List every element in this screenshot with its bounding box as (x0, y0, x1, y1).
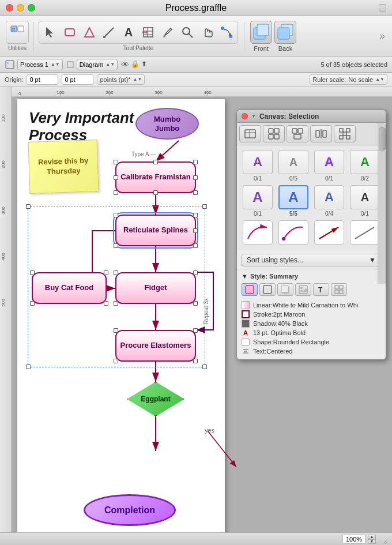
style-preview-8[interactable]: A (350, 185, 380, 209)
summary-icon-image[interactable] (295, 283, 311, 296)
style-preview-3[interactable]: A (314, 150, 344, 174)
ruler-v-500: 500 (1, 299, 6, 306)
svg-rect-41 (274, 129, 279, 133)
fidget-shape[interactable]: Fidget (115, 272, 196, 304)
sticky-note[interactable]: Revise this byThursday (28, 140, 99, 194)
summary-icon-shadow[interactable] (277, 283, 293, 296)
selection-handle (114, 359, 118, 363)
reticulate-shape[interactable]: Reticulate Splines (115, 215, 196, 246)
zoom-tool[interactable] (178, 23, 197, 42)
eggplant-text: Eggplant (141, 395, 170, 403)
brush-tool[interactable] (159, 23, 177, 42)
window-title: Process.graffle (165, 3, 227, 13)
panel-scrollbar[interactable] (378, 123, 386, 284)
style-cell-3: A 0/1 (313, 150, 345, 182)
style-preview-7[interactable]: A (314, 185, 344, 209)
sort-label: Sort using styles... (247, 256, 303, 264)
style-cell-1: A 0/1 (242, 150, 274, 182)
line-preview-2[interactable] (278, 220, 308, 245)
line-tool[interactable] (100, 23, 118, 42)
style-preview-6[interactable]: A (278, 185, 308, 209)
panel-close-button[interactable] (242, 113, 248, 119)
diagram-dropdown[interactable]: Diagram ▲▼ (77, 59, 118, 70)
lock-icon[interactable]: 🔒 (131, 60, 140, 69)
svg-rect-51 (346, 129, 350, 132)
text-tool[interactable]: A (119, 23, 138, 42)
summary-icon-fill[interactable] (242, 283, 258, 296)
maximize-button[interactable] (28, 4, 35, 12)
style-cell-line4 (349, 220, 381, 246)
svg-rect-68 (335, 285, 338, 289)
units-dropdown[interactable]: points (pt)* ▲▼ (97, 74, 145, 85)
close-button[interactable] (6, 4, 13, 12)
svg-rect-42 (269, 134, 273, 139)
svg-line-60 (355, 227, 374, 239)
tab-distribute[interactable] (310, 125, 332, 142)
back-button[interactable]: Back (274, 21, 296, 52)
front-button[interactable]: Front (250, 21, 272, 52)
scroll-thumb[interactable] (379, 127, 386, 151)
calibrate-shape[interactable]: Calibrate Framistan (115, 161, 196, 193)
tab-arrange[interactable] (287, 125, 308, 142)
summary-icon-stroke[interactable] (259, 283, 276, 296)
style-preview-5[interactable]: A (243, 185, 273, 209)
eggplant-shape[interactable]: Eggplant (127, 382, 184, 416)
hand-tool[interactable] (198, 23, 216, 42)
svg-line-7 (104, 28, 114, 37)
share-icon[interactable]: ⬆ (141, 60, 147, 69)
table-tool[interactable] (139, 23, 157, 42)
ruler-scale-dropdown[interactable]: Ruler scale: No scale ▲▼ (310, 74, 387, 85)
zoom-input[interactable] (342, 535, 365, 544)
title-line1: Very Important (29, 109, 134, 126)
diagram-canvas[interactable]: 0 100 200 300 400 (12, 87, 392, 532)
completion-shape[interactable]: Completion (84, 494, 176, 526)
sort-dropdown[interactable]: Sort using styles... ▼ (242, 254, 381, 266)
selection-handle (193, 243, 198, 248)
selection-handle (114, 175, 118, 180)
summary-triangle[interactable]: ▼ (242, 273, 248, 280)
style-cell-7: A 0/4 (313, 185, 345, 217)
selection-handle (193, 190, 198, 195)
eye-icon[interactable]: 👁 (121, 60, 129, 69)
selection-handle (30, 270, 35, 275)
summary-icon-more[interactable] (331, 283, 347, 296)
main-area: 100 200 300 400 500 0 100 200 300 400 (0, 87, 392, 532)
completion-text: Completion (104, 505, 155, 516)
connect-tool[interactable] (217, 23, 236, 42)
procure-shape[interactable]: Procure Elastomers (115, 330, 196, 362)
zoom-down[interactable]: ▼ (368, 539, 376, 544)
line-preview-1[interactable] (243, 220, 273, 245)
style-preview-2[interactable]: A (278, 150, 308, 174)
style-preview-1[interactable]: A (243, 150, 273, 174)
svg-point-56 (282, 237, 285, 240)
window-control[interactable] (379, 4, 386, 12)
mumbo-jumbo-shape[interactable]: MumboJumbo (135, 108, 199, 140)
svg-line-17 (189, 34, 193, 37)
pen-tool[interactable] (80, 23, 99, 42)
style-cell-6: A 5/5 (277, 185, 310, 217)
svg-rect-64 (281, 285, 288, 292)
tab-table[interactable] (239, 125, 261, 142)
panel-collapse-icon[interactable]: ▼ (251, 114, 256, 119)
canvas-dropdown[interactable]: Process 1 ▲▼ (17, 59, 63, 70)
buy-cat-food-shape[interactable]: Buy Cat Food (32, 272, 107, 304)
minimize-button[interactable] (17, 4, 24, 12)
origin-x-input[interactable] (27, 74, 58, 85)
utilities-group (6, 21, 29, 44)
type-a-label: Type A — (131, 151, 156, 157)
style-preview-4[interactable]: A (350, 150, 380, 174)
selection-handle (193, 270, 198, 275)
pointer-tool[interactable] (41, 23, 59, 42)
summary-icon-text[interactable]: T (313, 283, 329, 296)
line-preview-4[interactable] (350, 220, 380, 245)
zoom-up[interactable]: ▲ (368, 535, 376, 539)
origin-y-input[interactable] (62, 74, 93, 85)
svg-rect-27 (67, 62, 73, 67)
utilities-button[interactable] (8, 23, 27, 42)
tab-grid[interactable] (263, 125, 285, 142)
tab-more[interactable] (334, 125, 356, 142)
svg-marker-4 (46, 27, 53, 37)
canvas-icon (5, 59, 15, 70)
shape-tool[interactable] (61, 23, 79, 42)
line-preview-3[interactable] (314, 220, 344, 245)
